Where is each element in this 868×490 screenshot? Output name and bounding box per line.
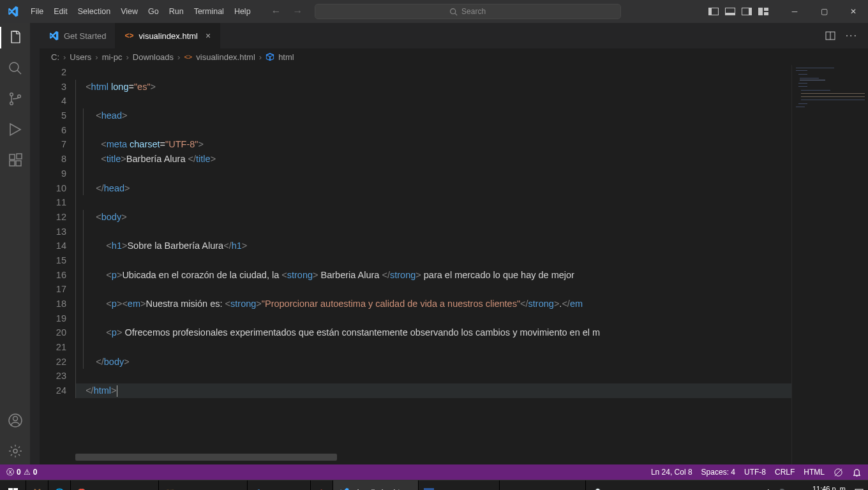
explorer-icon[interactable] bbox=[7, 29, 24, 46]
window-maximize-button[interactable]: ▢ bbox=[809, 0, 839, 23]
menu-go[interactable]: Go bbox=[143, 7, 164, 16]
menu-selection[interactable]: Selection bbox=[73, 7, 116, 16]
split-editor-icon[interactable] bbox=[825, 31, 835, 41]
status-eol[interactable]: CRLF bbox=[775, 468, 795, 477]
sidebar-collapsed[interactable] bbox=[31, 23, 40, 464]
title-bar: File Edit Selection View Go Run Terminal… bbox=[0, 0, 868, 23]
status-notifications-icon[interactable] bbox=[852, 468, 862, 477]
editor-tabs: Get Started <> visualindex.html × ··· bbox=[40, 23, 868, 48]
task-firefox[interactable]: 🦊 bbox=[26, 480, 48, 491]
toggle-secondary-sidebar-icon[interactable] bbox=[742, 8, 752, 15]
svg-rect-8 bbox=[10, 161, 15, 166]
task-weather[interactable]: 🌧️Lluvi... bbox=[585, 480, 634, 491]
layout-controls bbox=[708, 8, 768, 15]
task-downloads[interactable]: ⬇Descargas bbox=[247, 480, 310, 491]
symbol-icon bbox=[266, 52, 274, 61]
source-control-icon[interactable] bbox=[7, 91, 24, 107]
status-cursor-position[interactable]: Ln 24, Col 8 bbox=[651, 468, 692, 477]
accounts-icon[interactable] bbox=[7, 412, 24, 429]
window-minimize-button[interactable]: ─ bbox=[780, 0, 809, 23]
customize-layout-icon[interactable] bbox=[758, 8, 768, 15]
run-debug-icon[interactable] bbox=[7, 121, 24, 138]
code-content[interactable]: <html long="es"> <head> <meta charset="U… bbox=[75, 65, 868, 464]
menu-terminal[interactable]: Terminal bbox=[189, 7, 229, 16]
menu-view[interactable]: View bbox=[116, 7, 143, 16]
line-number-gutter: 23456789101112131415161718192021222324 bbox=[40, 65, 75, 464]
task-chrome[interactable]: Barbería Alura - ... bbox=[70, 480, 158, 491]
tray-action-center-icon[interactable] bbox=[854, 488, 864, 491]
status-bar: ⓧ 0 ⚠ 0 Ln 24, Col 8 Spaces: 4 UTF-8 CRL… bbox=[0, 464, 868, 480]
settings-gear-icon[interactable] bbox=[7, 443, 24, 459]
task-unknown-red[interactable]: ⬢ bbox=[310, 480, 333, 491]
svg-line-3 bbox=[17, 70, 21, 74]
menu-file[interactable]: File bbox=[26, 7, 49, 16]
task-sublime[interactable]: ▬C:\Program File... bbox=[499, 480, 585, 491]
svg-point-6 bbox=[17, 95, 20, 98]
horizontal-scrollbar[interactable] bbox=[75, 454, 791, 461]
status-encoding[interactable]: UTF-8 bbox=[744, 468, 766, 477]
svg-rect-10 bbox=[17, 154, 22, 159]
task-word[interactable]: W Documento1 - ... bbox=[418, 480, 500, 491]
editor-group: Get Started <> visualindex.html × ··· C:… bbox=[40, 23, 868, 464]
crumb[interactable]: html bbox=[278, 52, 294, 62]
crumb[interactable]: Downloads bbox=[133, 52, 174, 62]
crumb[interactable]: C: bbox=[51, 52, 59, 62]
search-icon[interactable] bbox=[7, 60, 24, 77]
svg-rect-7 bbox=[10, 154, 15, 160]
svg-point-4 bbox=[10, 93, 13, 96]
toggle-primary-sidebar-icon[interactable] bbox=[708, 8, 719, 15]
tab-label: visualindex.html bbox=[139, 31, 198, 41]
menu-help[interactable]: Help bbox=[229, 7, 256, 16]
svg-point-12 bbox=[13, 417, 17, 421]
menu-run[interactable]: Run bbox=[164, 7, 189, 16]
task-file-explorer[interactable]: 📁Explorador de ar... bbox=[158, 480, 247, 491]
tab-get-started[interactable]: Get Started bbox=[40, 23, 116, 48]
tab-visualindex[interactable]: <> visualindex.html × bbox=[116, 23, 220, 48]
vscode-icon bbox=[49, 31, 59, 41]
nav-back-icon[interactable]: ← bbox=[271, 6, 281, 17]
status-feedback-icon[interactable] bbox=[834, 468, 843, 477]
crumb[interactable]: mi-pc bbox=[102, 52, 123, 62]
svg-point-13 bbox=[13, 449, 17, 453]
text-editor[interactable]: 23456789101112131415161718192021222324 <… bbox=[40, 65, 868, 464]
breadcrumbs[interactable]: C:› Users› mi-pc› Downloads› <> visualin… bbox=[40, 48, 868, 65]
horizontal-scrollbar-thumb[interactable] bbox=[75, 454, 337, 461]
task-edge[interactable]: 🌐 bbox=[48, 480, 70, 491]
tab-label: Get Started bbox=[64, 31, 106, 41]
windows-taskbar: 🦊 🌐 Barbería Alura - ... 📁Explorador de … bbox=[0, 480, 868, 490]
minimap[interactable] bbox=[791, 65, 868, 464]
nav-forward-icon[interactable]: → bbox=[293, 6, 303, 17]
menu-bar: File Edit Selection View Go Run Terminal… bbox=[26, 7, 256, 16]
html-file-icon: <> bbox=[184, 53, 192, 61]
svg-rect-9 bbox=[16, 161, 21, 166]
system-tray: ˄ 🔊 ESP 11:46 p. m. 13/01/2023 bbox=[767, 485, 868, 490]
tray-clock[interactable]: 11:46 p. m. 13/01/2023 bbox=[812, 485, 848, 490]
task-vscode[interactable]: visualindex.htm... bbox=[333, 480, 418, 491]
svg-line-1 bbox=[455, 13, 457, 15]
svg-point-2 bbox=[10, 63, 19, 71]
status-language[interactable]: HTML bbox=[804, 468, 825, 477]
activity-bar bbox=[0, 23, 31, 464]
status-indentation[interactable]: Spaces: 4 bbox=[701, 468, 735, 477]
window-close-button[interactable]: ✕ bbox=[839, 0, 868, 23]
vscode-logo-icon bbox=[0, 6, 26, 17]
extensions-icon[interactable] bbox=[7, 152, 24, 168]
search-placeholder: Search bbox=[461, 7, 486, 16]
html-file-icon: <> bbox=[124, 31, 133, 40]
svg-point-5 bbox=[10, 102, 13, 105]
menu-edit[interactable]: Edit bbox=[49, 7, 73, 16]
status-errors[interactable]: ⓧ 0 ⚠ 0 bbox=[6, 467, 37, 478]
crumb[interactable]: visualindex.html bbox=[196, 52, 255, 62]
crumb[interactable]: Users bbox=[70, 52, 91, 62]
svg-point-0 bbox=[451, 8, 456, 13]
more-actions-icon[interactable]: ··· bbox=[846, 30, 858, 41]
close-icon[interactable]: × bbox=[206, 31, 211, 41]
toggle-panel-icon[interactable] bbox=[725, 8, 735, 15]
command-center-search[interactable]: Search bbox=[315, 4, 621, 19]
